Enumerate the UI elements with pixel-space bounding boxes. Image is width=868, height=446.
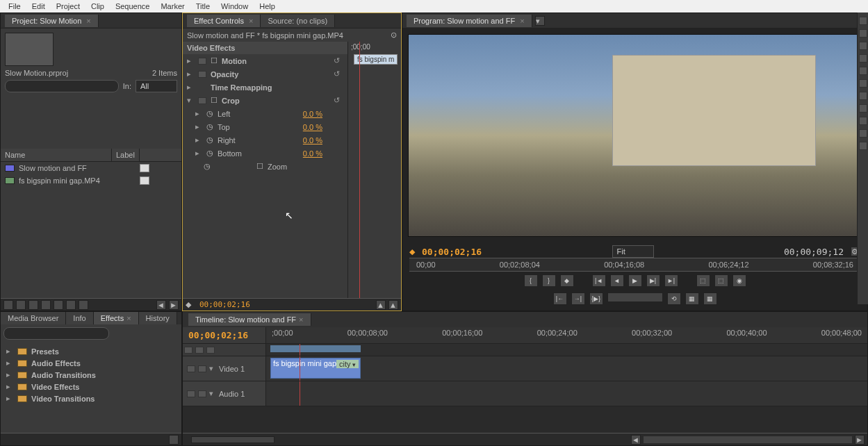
clear-button[interactable] [79,300,88,310]
lift-button[interactable]: ⬚ [696,274,710,287]
program-tab[interactable]: Program: Slow motion and FF × [407,15,532,27]
timeline-playhead[interactable] [300,344,300,356]
scroll-right-button[interactable]: ► [855,435,865,445]
track-select-tool[interactable] [859,29,867,38]
new-bin-button[interactable] [169,435,179,445]
timeline-ruler[interactable]: ;00;00 00;00;08;00 00;00;16;00 00;00;24;… [266,327,867,343]
slide-tool[interactable] [859,104,867,113]
in-filter-dropdown[interactable]: All [136,80,177,92]
new-item-button[interactable] [66,300,76,310]
menu-project[interactable]: Project [51,1,85,12]
play-inout-button[interactable]: {▶} [589,292,603,305]
history-tab[interactable]: History [139,312,177,324]
ec-footer-timecode[interactable]: 00;00;02;16 [194,300,256,309]
ripple-edit-tool[interactable] [859,42,867,50]
timeline-scrollbar[interactable] [644,436,852,443]
scroll-left-button[interactable]: ◄ [631,435,641,445]
timeline-timecode[interactable]: 00;00;02;16 [188,330,248,340]
track-visibility-icon[interactable] [187,365,195,372]
wrench-icon[interactable] [206,347,215,354]
effects-search-input[interactable] [3,327,109,340]
project-item-sequence[interactable]: Slow motion and FF [1,162,181,174]
label-swatch[interactable] [140,176,149,185]
hand-tool[interactable] [859,129,867,138]
project-tab[interactable]: Project: Slow Motion × [5,15,99,27]
timeline-playhead[interactable] [300,381,300,406]
pen-tool[interactable] [859,117,867,125]
goto-next-marker-button[interactable]: →| [571,292,585,305]
effect-crop[interactable]: ▾☐Crop↺ [183,94,347,107]
stopwatch-icon[interactable]: ◷ [206,135,213,144]
close-icon[interactable]: × [299,315,303,324]
track-mute-icon[interactable] [187,390,195,397]
close-icon[interactable]: × [249,17,253,25]
folder-video-transitions[interactable]: ▸Video Transitions [3,393,179,404]
crop-right-value[interactable]: 0.0 % [303,136,322,144]
slip-tool[interactable] [859,92,867,100]
folder-video-effects[interactable]: ▸Video Effects [3,381,179,393]
razor-tool[interactable] [859,79,867,88]
menu-window[interactable]: Window [215,1,254,12]
play-button[interactable]: ▶ [628,274,642,287]
menu-marker[interactable]: Marker [155,1,190,12]
menu-clip[interactable]: Clip [85,1,110,12]
timeline-clip[interactable]: fs bigspin mini gap.MP4 city ▾ [270,358,361,379]
close-icon[interactable]: × [520,17,524,25]
step-back-button[interactable]: ◄ [610,274,624,287]
work-area-bar[interactable] [266,344,867,356]
list-view-button[interactable] [3,300,13,310]
nav-next-button[interactable]: ► [169,300,179,310]
effect-opacity[interactable]: ▸Opacity↺ [183,67,347,81]
go-to-in-button[interactable]: |◄ [592,274,606,287]
close-icon[interactable]: × [86,17,90,25]
shuttle-slider[interactable] [607,292,663,302]
effect-controls-tab[interactable]: Effect Controls × [187,15,261,27]
playhead-line[interactable] [359,42,360,298]
stopwatch-icon[interactable]: ◷ [206,122,213,131]
ec-clip-tag[interactable]: fs bigspin m [354,54,398,65]
media-browser-tab[interactable]: Media Browser [1,312,66,324]
col-name[interactable]: Name [1,149,112,161]
timeline-tab[interactable]: Timeline: Slow motion and FF× [188,313,311,326]
selection-tool[interactable] [859,17,867,25]
reset-icon[interactable]: ↺ [334,96,343,105]
snap-button[interactable] [184,347,193,354]
source-tab[interactable]: Source: (no clips) [261,15,335,27]
find-button[interactable] [41,300,51,310]
menu-edit[interactable]: Edit [26,1,51,12]
effect-motion[interactable]: ▸☐Motion↺ [183,54,347,67]
add-marker-button[interactable]: ◆ [560,274,574,287]
menu-help[interactable]: Help [254,1,281,12]
timeline-playhead[interactable] [300,356,300,381]
step-forward-button[interactable]: ▶| [646,274,660,287]
playhead-icon[interactable]: ⊙ [391,31,397,40]
marker-button[interactable] [195,347,204,354]
program-ruler[interactable]: 00;00 00;02;08;04 00;04;16;08 00;06;24;1… [409,258,860,272]
folder-audio-transitions[interactable]: ▸Audio Transitions [3,369,179,381]
zoom-fit-dropdown[interactable]: Fit [612,245,654,258]
zoom-in-button[interactable]: ▲ [388,300,398,310]
label-swatch[interactable] [140,164,149,172]
output-button[interactable]: ▦ [703,292,717,305]
stopwatch-icon[interactable]: ◷ [204,162,211,171]
reset-icon[interactable]: ↺ [334,69,343,79]
new-bin-button[interactable] [54,300,63,310]
automate-button[interactable] [28,300,38,310]
audio-track-body[interactable] [266,381,867,406]
effect-time-remapping[interactable]: ▸Time Remapping [183,81,347,94]
crop-bottom-value[interactable]: 0.0 % [303,149,322,158]
crop-left-value[interactable]: 0.0 % [303,110,322,118]
export-frame-button[interactable]: ◉ [732,274,746,287]
rate-stretch-tool[interactable] [859,67,867,75]
folder-audio-effects[interactable]: ▸Audio Effects [3,357,179,369]
program-dropdown-button[interactable]: ▾ [535,16,545,26]
zoom-out-button[interactable]: ▲ [376,300,386,310]
menu-file[interactable]: File [3,1,26,12]
stopwatch-icon[interactable]: ◷ [206,109,213,118]
go-to-out-button[interactable]: ►| [664,274,678,287]
mark-in-button[interactable]: { [524,274,538,287]
timeline-zoom-slider[interactable] [191,436,275,443]
rolling-edit-tool[interactable] [859,54,867,63]
track-lock-icon[interactable] [198,390,206,397]
folder-presets[interactable]: ▸Presets [3,345,179,357]
